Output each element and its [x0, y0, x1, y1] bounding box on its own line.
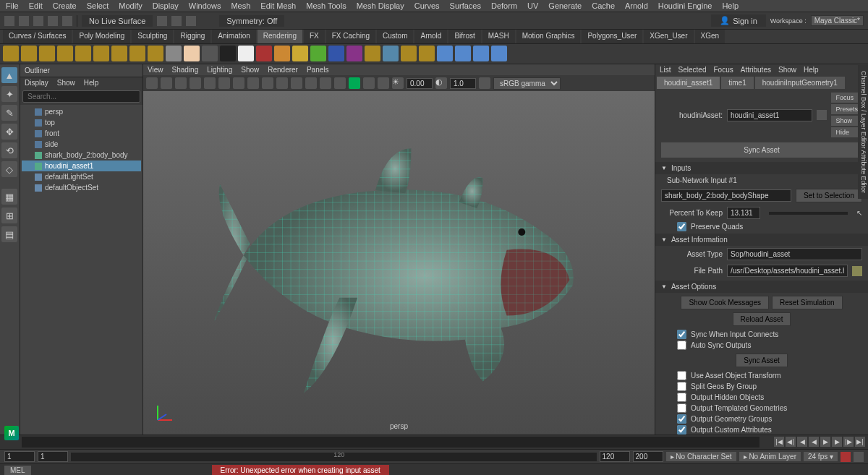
view-outliner-icon[interactable]: ▤	[1, 226, 17, 242]
vp-motion-blur-icon[interactable]	[363, 77, 375, 89]
playback-end-input[interactable]	[600, 451, 630, 462]
menu-display[interactable]: Display	[153, 1, 179, 10]
vp-resolution-gate-icon[interactable]	[218, 77, 230, 89]
option-checkbox[interactable]	[677, 425, 686, 435]
viewport-menu-renderer[interactable]: Renderer	[268, 66, 298, 74]
shelf-icon-17[interactable]	[310, 46, 326, 61]
shelf-tab-fx-caching[interactable]: FX Caching	[326, 30, 375, 43]
ae-tab[interactable]: houdini_asset1	[657, 77, 720, 89]
viewport-menu-view[interactable]: View	[148, 66, 163, 74]
vp-film-gate-icon[interactable]	[204, 77, 216, 89]
shelf-icon-27[interactable]	[491, 46, 507, 61]
ae-menu-show[interactable]: Show	[778, 66, 796, 74]
menu-curves[interactable]: Curves	[414, 1, 440, 10]
file-path-field[interactable]	[727, 265, 848, 277]
vp-ao-icon[interactable]	[349, 77, 360, 89]
outliner-item[interactable]: front	[22, 128, 141, 139]
viewport-menu-shading[interactable]: Shading	[172, 66, 199, 74]
prefs-icon[interactable]	[854, 452, 864, 462]
time-slider[interactable]: |◀ ◀| ◀ ◀ ▶ ▶ |▶ ▶|	[0, 435, 868, 449]
menu-edit-mesh[interactable]: Edit Mesh	[260, 1, 296, 10]
shelf-icon-18[interactable]	[328, 46, 344, 61]
preserve-quads-checkbox[interactable]	[677, 222, 686, 231]
shelf-tab-custom[interactable]: Custom	[377, 30, 413, 43]
option-checkbox[interactable]	[677, 414, 686, 424]
show-cook-messages-button[interactable]: Show Cook Messages	[681, 296, 769, 309]
ae-menu-list[interactable]: List	[660, 66, 671, 74]
outliner-menu-show[interactable]: Show	[57, 79, 75, 87]
menu-mesh-tools[interactable]: Mesh Tools	[306, 1, 346, 10]
shelf-tab-sculpting[interactable]: Sculpting	[132, 30, 173, 43]
shelf-icon-5[interactable]	[93, 46, 109, 61]
play-forward-button[interactable]: ▶	[820, 437, 830, 447]
scale-tool[interactable]: ◇	[1, 161, 17, 177]
step-forward-button[interactable]: ▶	[832, 437, 842, 447]
menu-surfaces[interactable]: Surfaces	[450, 1, 481, 10]
shelf-icon-9[interactable]	[166, 46, 182, 61]
menu-modify[interactable]: Modify	[119, 1, 142, 10]
vp-smooth-shade-icon[interactable]	[262, 77, 273, 89]
sync-asset-button[interactable]: Sync Asset	[661, 142, 862, 158]
viewport-menu-lighting[interactable]: Lighting	[207, 66, 232, 74]
step-forward-key-button[interactable]: |▶	[843, 437, 854, 447]
ae-tab[interactable]: time1	[721, 77, 753, 89]
shelf-icon-4[interactable]	[75, 46, 91, 61]
vp-wireframe-icon[interactable]	[247, 77, 259, 89]
menu-file[interactable]: File	[6, 1, 19, 10]
menu-cache[interactable]: Cache	[592, 1, 615, 10]
sync-asset-button-2[interactable]: Sync Asset	[736, 354, 787, 367]
shelf-icon-2[interactable]	[39, 46, 55, 61]
outliner-item[interactable]: defaultLightSet	[22, 171, 141, 182]
playback-start-input[interactable]	[38, 451, 68, 462]
shelf-icon-0[interactable]	[3, 46, 19, 61]
asset-options-section-header[interactable]: Asset Options	[655, 281, 868, 293]
select-tool[interactable]: ▲	[1, 67, 17, 83]
shelf-icon-26[interactable]	[473, 46, 489, 61]
shelf-tab-xgen-user[interactable]: XGen_User	[644, 30, 693, 43]
shelf-tab-rigging[interactable]: Rigging	[174, 30, 210, 43]
range-end-input[interactable]	[633, 451, 663, 462]
shelf-icon-6[interactable]	[111, 46, 127, 61]
option-checkbox[interactable]	[677, 382, 686, 391]
option-checkbox[interactable]	[677, 341, 686, 350]
view-single-icon[interactable]: ▦	[1, 189, 17, 205]
shelf-icon-16[interactable]	[292, 46, 308, 61]
snap-point-icon[interactable]	[186, 16, 196, 26]
menu-windows[interactable]: Windows	[189, 1, 221, 10]
reload-asset-button[interactable]: Reload Asset	[733, 312, 791, 326]
vp-lights-icon[interactable]	[291, 77, 302, 89]
range-start-input[interactable]	[4, 451, 35, 462]
shelf-icon-20[interactable]	[365, 46, 380, 61]
shelf-icon-21[interactable]	[383, 46, 399, 61]
file-save-icon[interactable]	[33, 16, 43, 26]
viewport-menu-panels[interactable]: Panels	[307, 66, 329, 74]
shelf-icon-19[interactable]	[346, 46, 362, 61]
vp-gate-mask-icon[interactable]	[233, 77, 244, 89]
viewport-menu-show[interactable]: Show	[241, 66, 259, 74]
vp-aa-icon[interactable]	[378, 77, 389, 89]
vp-grid-icon[interactable]	[190, 77, 201, 89]
shelf-icon-22[interactable]	[401, 46, 417, 61]
undo-icon[interactable]	[48, 16, 58, 26]
vp-textured-icon[interactable]	[276, 77, 288, 89]
outliner-search-input[interactable]	[22, 90, 140, 103]
menu-generate[interactable]: Generate	[548, 1, 582, 10]
anim-layer-dropdown[interactable]: ▸ No Anim Layer	[739, 452, 801, 461]
shelf-tab-arnold[interactable]: Arnold	[414, 30, 447, 43]
percent-slider[interactable]	[769, 212, 848, 215]
vp-colormgmt-icon[interactable]	[479, 77, 490, 89]
vp-isolate-icon[interactable]	[320, 77, 331, 89]
sign-in-button[interactable]: 👤Sign in	[711, 14, 766, 27]
outliner-item[interactable]: top	[22, 117, 141, 128]
character-set-dropdown[interactable]: ▸ No Character Set	[666, 452, 736, 461]
go-to-start-button[interactable]: |◀	[774, 437, 784, 447]
ae-menu-help[interactable]: Help	[804, 66, 819, 74]
inputs-section-header[interactable]: Inputs	[655, 162, 868, 174]
shelf-icon-8[interactable]	[148, 46, 163, 61]
ae-menu-focus[interactable]: Focus	[713, 66, 733, 74]
menu-edit[interactable]: Edit	[29, 1, 43, 10]
folder-icon[interactable]	[852, 266, 862, 276]
shelf-icon-14[interactable]	[256, 46, 272, 61]
ae-menu-selected[interactable]: Selected	[678, 66, 707, 74]
ae-tab[interactable]: houdiniInputGeometry1	[755, 77, 845, 89]
